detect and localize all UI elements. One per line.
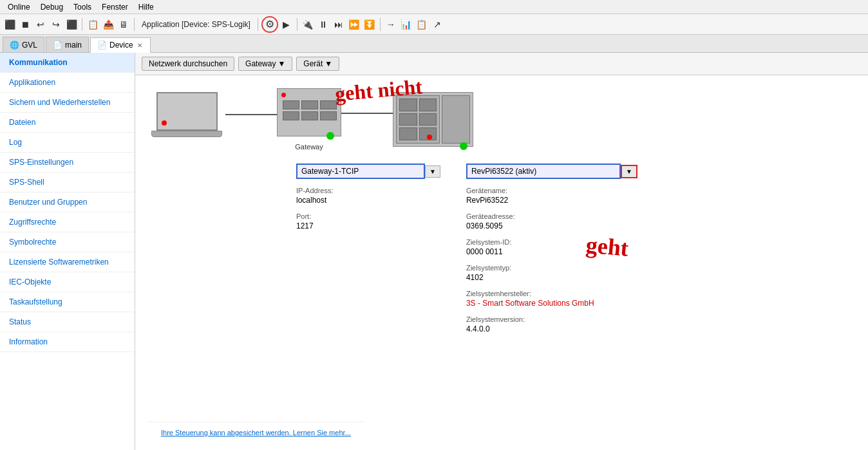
gateway-dropdown-btn[interactable]: Gateway ▼ <box>238 57 292 71</box>
toolbar-btn-14[interactable]: 📊 <box>399 17 413 32</box>
sidebar-item-dateien[interactable]: Dateien <box>0 113 135 133</box>
sidebar-item-benutzer[interactable]: Benutzer und Gruppen <box>0 192 135 212</box>
tab-device-icon: 📄 <box>97 41 107 50</box>
toolbar-btn-7[interactable]: 📤 <box>101 17 115 32</box>
device-name-value: RevPi63522 <box>466 196 646 205</box>
menu-tools[interactable]: Tools <box>68 1 97 13</box>
toolbar-btn-8[interactable]: 🖥 <box>117 17 131 32</box>
device-plc <box>393 92 473 147</box>
geraet-dropdown-btn[interactable]: Gerät ▼ <box>296 57 339 71</box>
toolbar-btn-15[interactable]: 📋 <box>415 17 429 32</box>
connector-line-1 <box>225 114 277 115</box>
menu-fenster[interactable]: Fenster <box>97 1 133 13</box>
toolbar-play-btn[interactable]: ▶ <box>279 17 294 32</box>
device-manufacturer-field: Zielsystemhersteller: 3S - Smart Softwar… <box>466 290 646 308</box>
device-name-label: Gerätename: <box>466 187 646 194</box>
toolbar-sep-1 <box>82 18 82 31</box>
device-gateway: Gateway <box>277 88 341 151</box>
toolbar-stop-btn[interactable]: 🔌 <box>301 17 315 32</box>
tab-device-close[interactable]: ✕ <box>136 42 144 49</box>
gateway-dropdown-arrow: ▼ <box>278 59 285 68</box>
toolbar-btn-2[interactable]: ⏹ <box>18 17 32 32</box>
toolbar-btn-4[interactable]: ↪ <box>49 17 63 32</box>
toolbar-gear-button[interactable]: ⚙ <box>261 16 278 33</box>
tab-gvl-label: GVL <box>22 41 37 50</box>
tab-main[interactable]: 📄 main <box>46 37 89 52</box>
sidebar-item-zugriffsrechte[interactable]: Zugriffsrechte <box>0 212 135 232</box>
gateway-select-box: ▼ <box>296 164 440 179</box>
device-system-id-field: Zielsystem-ID: 0000 0011 <box>466 238 646 256</box>
gateway-ip-label: IP-Address: <box>296 187 440 194</box>
toolbar-sep-4 <box>297 18 297 31</box>
toolbar-btn-9[interactable]: ⏸ <box>316 17 330 32</box>
sidebar-item-status[interactable]: Status <box>0 312 135 332</box>
sidebar-item-information[interactable]: Information <box>0 332 135 352</box>
tab-bar: 🌐 GVL 📄 main 📄 Device ✕ <box>0 35 868 53</box>
device-select-input[interactable] <box>466 164 621 179</box>
toolbar-sep-5 <box>380 18 381 31</box>
toolbar-btn-5[interactable]: ⬛ <box>64 17 79 32</box>
toolbar: ⬛ ⏹ ↩ ↪ ⬛ 📋 📤 🖥 Application [Device: SPS… <box>0 14 868 35</box>
device-address-label: Geräteadresse: <box>466 212 646 220</box>
sidebar-item-iec-objekte[interactable]: IEC-Objekte <box>0 272 135 292</box>
menu-debug[interactable]: Debug <box>35 1 68 13</box>
toolbar-btn-12[interactable]: ⏬ <box>363 17 377 32</box>
toolbar-btn-16[interactable]: ↗ <box>430 17 444 32</box>
tab-device[interactable]: 📄 Device ✕ <box>90 37 151 53</box>
device-select-arrow[interactable]: ▼ <box>621 165 637 178</box>
toolbar-btn-10[interactable]: ⏭ <box>332 17 346 32</box>
content-area: geht nicht geht Netzwerk durchsuchen Gat… <box>135 53 868 450</box>
gateway-ip-field: IP-Address: localhost <box>296 187 440 205</box>
device-select-box: ▼ <box>466 164 646 179</box>
sidebar-item-log[interactable]: Log <box>0 133 135 153</box>
main-layout: Kommunikation Applikationen Sichern und … <box>0 53 868 450</box>
plc-green-dot <box>460 142 467 150</box>
connector-line-2 <box>341 113 393 114</box>
gateway-port-label: Port: <box>296 212 440 220</box>
menu-bar: Online Debug Tools Fenster Hilfe <box>0 0 868 14</box>
toolbar-sep-2 <box>134 18 135 31</box>
gateway-ip-value: localhost <box>296 196 440 205</box>
gateway-select-input[interactable] <box>296 164 425 179</box>
sidebar-item-applikationen[interactable]: Applikationen <box>0 73 135 93</box>
sidebar-item-sps-shell[interactable]: SPS-Shell <box>0 173 135 192</box>
security-link[interactable]: Ihre Steuerung kann abgesichert werden. … <box>148 422 364 443</box>
laptop-red-dot <box>162 120 167 126</box>
toolbar-btn-1[interactable]: ⬛ <box>3 17 17 32</box>
action-bar: Netzwerk durchsuchen Gateway ▼ Gerät ▼ <box>135 53 868 75</box>
device-system-id-label: Zielsystem-ID: <box>466 238 646 246</box>
toolbar-btn-11[interactable]: ⏩ <box>347 17 361 32</box>
sidebar-item-kommunikation[interactable]: Kommunikation <box>0 53 135 73</box>
device-manufacturer-label: Zielsystemhersteller: <box>466 290 646 297</box>
device-system-type-label: Zielsystemtyp: <box>466 264 646 272</box>
tab-device-label: Device <box>109 41 133 50</box>
gateway-port-value: 1217 <box>296 221 440 230</box>
toolbar-btn-6[interactable]: 📋 <box>86 17 100 32</box>
tab-main-icon: 📄 <box>53 41 62 50</box>
toolbar-btn-13[interactable]: → <box>384 17 398 32</box>
toolbar-btn-3[interactable]: ↩ <box>33 17 48 32</box>
menu-hilfe[interactable]: Hilfe <box>133 1 159 13</box>
tab-gvl-icon: 🌐 <box>10 41 19 50</box>
device-version-value: 4.4.0.0 <box>466 324 646 333</box>
menu-online[interactable]: Online <box>3 1 35 13</box>
gateway-select-arrow[interactable]: ▼ <box>425 165 440 178</box>
gateway-btn-label: Gateway <box>245 59 276 68</box>
scan-network-btn[interactable]: Netzwerk durchsuchen <box>142 57 234 71</box>
plc-red-dot <box>427 135 432 140</box>
sidebar-item-taskaufstellung[interactable]: Taskaufstellung <box>0 292 135 312</box>
gateway-red-dot <box>281 93 286 97</box>
app-label: Application [Device: SPS-Logik] <box>138 20 254 29</box>
device-system-id-value: 0000 0011 <box>466 247 646 256</box>
sidebar-item-sps-einstellungen[interactable]: SPS-Einstellungen <box>0 153 135 173</box>
sidebar-item-symbolrechte[interactable]: Symbolrechte <box>0 232 135 252</box>
device-address-field: Geräteadresse: 0369.5095 <box>466 212 646 230</box>
tab-gvl[interactable]: 🌐 GVL <box>3 37 44 52</box>
geraet-dropdown-arrow: ▼ <box>325 59 332 68</box>
sidebar-item-lizensierte[interactable]: Lizensierte Softwaremetriken <box>0 252 135 272</box>
gear-icon: ⚙ <box>265 18 274 30</box>
device-version-field: Zielsystemversion: 4.4.0.0 <box>466 315 646 333</box>
toolbar-sep-3 <box>258 18 258 31</box>
sidebar-item-sichern[interactable]: Sichern und Wiederherstellen <box>0 93 135 113</box>
device-version-label: Zielsystemversion: <box>466 315 646 323</box>
